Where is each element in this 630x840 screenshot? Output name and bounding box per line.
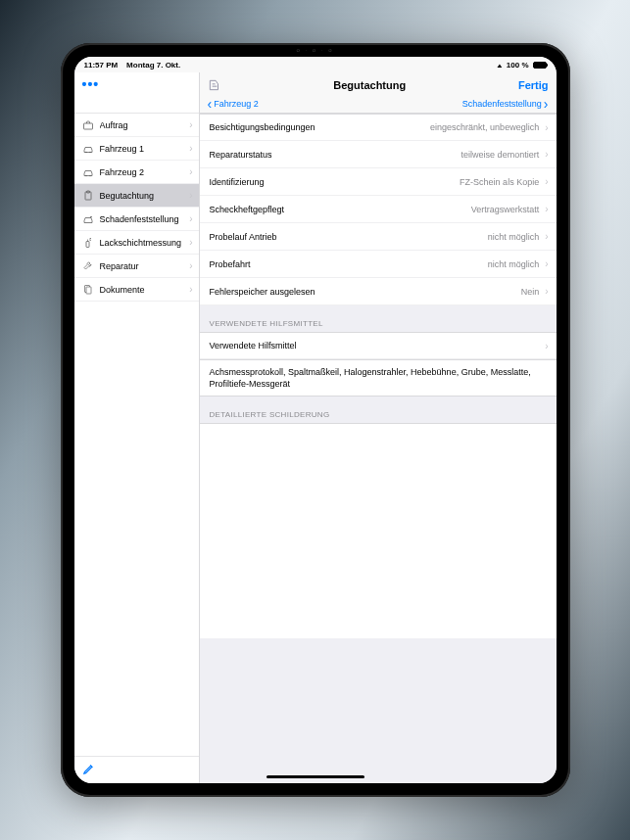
sidebar-item-fahrzeug2[interactable]: Fahrzeug 2› (74, 161, 199, 184)
chevron-right-icon: › (189, 213, 192, 224)
form-row[interactable]: ScheckheftgepflegtVertragswerkstatt› (200, 196, 557, 223)
sidebar-list: Auftrag›Fahrzeug 1›Fahrzeug 2›Begutachtu… (74, 114, 199, 756)
row-tools[interactable]: Verwendete Hilfsmittel › (200, 332, 557, 359)
section-header-tools: Verwendete Hilfsmittel (200, 305, 557, 332)
nav-bar: Begutachtung Fertig Fahrzeug 2 Schadenfe… (200, 72, 557, 114)
spray-icon (82, 237, 94, 249)
sidebar-item-schadenfeststellung[interactable]: Schadenfeststellung› (74, 208, 199, 231)
chevron-right-icon: › (189, 119, 192, 130)
nav-back-label: Fahrzeug 2 (214, 99, 259, 109)
nav-back-button[interactable]: Fahrzeug 2 (208, 99, 259, 109)
chevron-right-icon: › (189, 237, 192, 248)
sidebar-bottom (74, 756, 199, 783)
main-pane: Begutachtung Fertig Fahrzeug 2 Schadenfe… (200, 72, 557, 783)
sidebar-item-label: Schadenfeststellung (100, 214, 184, 224)
svg-point-2 (89, 151, 90, 152)
sidebar-item-label: Reparatur (100, 261, 184, 271)
status-left: 11:57 PM Montag 7. Okt. (84, 61, 181, 70)
svg-point-3 (85, 174, 86, 175)
row-label: Identifizierung (210, 177, 460, 187)
section-header-detail: Detaillierte Schilderung (200, 397, 557, 423)
row-value: nicht möglich (488, 232, 546, 242)
battery-percent: 100 % (507, 61, 529, 70)
detail-textarea[interactable] (200, 423, 557, 638)
sidebar-item-label: Dokumente (100, 285, 184, 295)
briefcase-icon (82, 119, 94, 131)
svg-rect-9 (86, 287, 91, 294)
svg-rect-0 (83, 123, 92, 129)
ipad-camera-dots: o · o · o (296, 47, 333, 53)
sidebar-item-lackschichtmessung[interactable]: Lackschichtmessung› (74, 231, 199, 255)
sidebar-item-reparatur[interactable]: Reparatur› (74, 255, 199, 278)
battery-icon (533, 62, 547, 69)
row-label: Probefahrt (210, 259, 488, 269)
status-date: Montag 7. Okt. (126, 61, 180, 70)
svg-point-1 (85, 151, 86, 152)
form-row[interactable]: Probelauf Antriebnicht möglich› (200, 223, 557, 251)
sidebar-item-label: Fahrzeug 1 (100, 144, 184, 154)
clipboard-icon (82, 190, 94, 202)
chevron-right-icon: › (545, 231, 548, 242)
row-value: Vertragswerkstatt (471, 205, 546, 214)
form-row[interactable]: Fehlerspeicher ausgelesenNein› (200, 278, 557, 305)
row-value: FZ-Schein als Kopie (460, 177, 545, 187)
row-value: teilweise demontiert (461, 150, 546, 160)
chevron-right-icon: › (189, 190, 192, 201)
form-row[interactable]: Besichtigungsbedingungeneingeschränkt, u… (200, 114, 557, 141)
status-right: 100 % (497, 61, 547, 70)
row-label: Fehlerspeicher ausgelesen (210, 287, 521, 297)
form-row[interactable]: IdentifizierungFZ-Schein als Kopie› (200, 168, 557, 196)
car-icon (82, 143, 94, 155)
done-button[interactable]: Fertig (518, 79, 549, 91)
chevron-right-icon: › (545, 122, 548, 133)
car-crash-icon (82, 213, 94, 225)
sidebar-top: ••• (74, 72, 199, 114)
ipad-frame: o · o · o 11:57 PM Montag 7. Okt. 100 % … (61, 43, 570, 797)
inspection-icon (208, 78, 221, 92)
row-label: Reparaturstatus (210, 150, 461, 160)
form-row[interactable]: Reparaturstatusteilweise demontiert› (200, 141, 557, 168)
sidebar-item-dokumente[interactable]: Dokumente› (74, 278, 199, 302)
form-row[interactable]: Probefahrtnicht möglich› (200, 251, 557, 278)
chevron-right-icon: › (189, 166, 192, 177)
row-value: nicht möglich (488, 259, 546, 269)
more-button[interactable]: ••• (82, 76, 100, 92)
sidebar-item-label: Lackschichtmessung (100, 238, 184, 248)
chevron-right-icon: › (545, 149, 548, 160)
sidebar-item-label: Fahrzeug 2 (100, 167, 184, 177)
status-time: 11:57 PM (84, 61, 119, 70)
row-label: Besichtigungsbedingungen (210, 122, 431, 132)
chevron-right-icon: › (189, 260, 192, 271)
ipad-screen: 11:57 PM Montag 7. Okt. 100 % ••• Auftra… (74, 57, 557, 783)
chevron-right-icon: › (189, 143, 192, 154)
docs-icon (82, 284, 94, 296)
chevron-right-icon: › (189, 284, 192, 295)
wifi-icon (497, 61, 503, 70)
tools-textblock: Achsmessprotokoll, Spaltmaßkeil, Halogen… (200, 359, 557, 397)
chevron-right-icon: › (545, 176, 548, 187)
row-label: Verwendete Hilfsmittel (210, 341, 546, 350)
sidebar-item-label: Auftrag (100, 120, 184, 130)
wrench-icon (82, 260, 94, 272)
page-title: Begutachtung (333, 79, 406, 91)
edit-icon[interactable] (82, 762, 96, 779)
chevron-right-icon: › (545, 258, 548, 269)
status-bar: 11:57 PM Montag 7. Okt. 100 % (74, 57, 557, 72)
sidebar-item-fahrzeug1[interactable]: Fahrzeug 1› (74, 137, 199, 161)
home-indicator[interactable] (267, 775, 364, 778)
sidebar: ••• Auftrag›Fahrzeug 1›Fahrzeug 2›Beguta… (74, 72, 200, 783)
chevron-right-icon: › (545, 204, 548, 214)
nav-forward-button[interactable]: Schadenfeststellung (462, 99, 549, 109)
row-value: Nein (521, 287, 546, 297)
row-label: Probelauf Antrieb (210, 232, 488, 242)
chevron-right-icon: › (545, 286, 548, 297)
sidebar-item-begutachtung[interactable]: Begutachtung› (74, 184, 199, 208)
sidebar-item-label: Begutachtung (100, 191, 184, 201)
sidebar-item-auftrag[interactable]: Auftrag› (74, 114, 199, 137)
split-view: ••• Auftrag›Fahrzeug 1›Fahrzeug 2›Beguta… (74, 72, 557, 783)
svg-rect-7 (86, 241, 89, 247)
content-scroll[interactable]: Besichtigungsbedingungeneingeschränkt, u… (200, 114, 557, 783)
chevron-right-icon: › (545, 341, 548, 351)
form-rows: Besichtigungsbedingungeneingeschränkt, u… (200, 114, 557, 305)
nav-forward-label: Schadenfeststellung (462, 99, 542, 109)
